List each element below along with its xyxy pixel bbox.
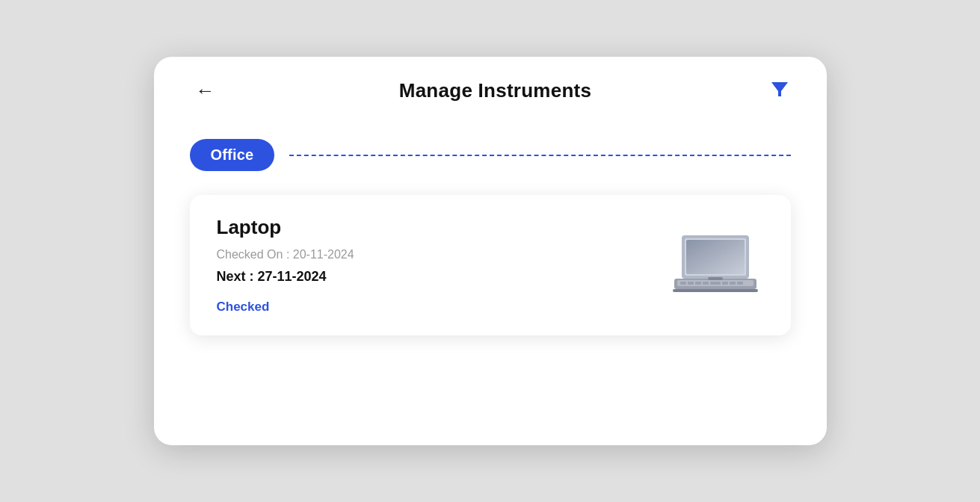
body-content: Office Laptop Checked On : 20-11-2024 Ne…	[154, 118, 827, 445]
category-badge[interactable]: Office	[190, 139, 275, 171]
svg-rect-14	[673, 289, 758, 292]
checked-on-text: Checked On : 20-11-2024	[217, 248, 354, 261]
laptop-image	[667, 228, 764, 303]
svg-rect-7	[688, 282, 694, 285]
svg-marker-0	[771, 82, 788, 96]
svg-rect-13	[737, 282, 743, 285]
page-title: Manage Instruments	[399, 79, 592, 102]
svg-rect-15	[708, 277, 723, 280]
category-row: Office	[190, 139, 791, 171]
category-line	[289, 155, 790, 156]
svg-rect-3	[686, 240, 745, 274]
next-check-text: Next : 27-11-2024	[217, 269, 354, 285]
header: ← Manage Instruments	[154, 57, 827, 118]
svg-rect-10	[710, 282, 721, 285]
instrument-name: Laptop	[217, 216, 354, 239]
laptop-icon-wrap	[667, 228, 764, 303]
app-container: ← Manage Instruments Office Laptop Check…	[154, 57, 827, 445]
filter-icon[interactable]	[769, 78, 790, 103]
svg-rect-9	[703, 282, 709, 285]
svg-rect-6	[680, 282, 686, 285]
status-badge[interactable]: Checked	[217, 300, 354, 314]
svg-rect-11	[722, 282, 728, 285]
instrument-card: Laptop Checked On : 20-11-2024 Next : 27…	[190, 195, 791, 335]
svg-rect-12	[730, 282, 736, 285]
svg-rect-8	[695, 282, 701, 285]
card-info: Laptop Checked On : 20-11-2024 Next : 27…	[217, 216, 354, 314]
back-icon: ←	[196, 79, 215, 102]
back-button[interactable]: ←	[190, 78, 221, 103]
